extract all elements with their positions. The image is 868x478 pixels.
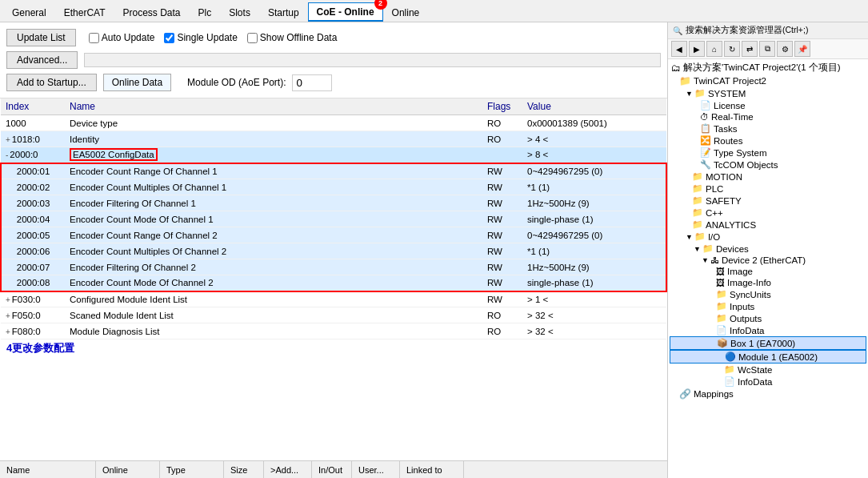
expand-icon[interactable]: + — [6, 135, 10, 144]
tree-item-wcstate[interactable]: 📁WcState — [670, 364, 866, 376]
table-row[interactable]: +F050:0Scaned Module Ident ListRO> 32 < — [1, 307, 666, 323]
table-row[interactable]: 2000:04Encoder Count Mode Of Channel 1RW… — [1, 211, 666, 227]
expand-icon[interactable]: ▼ — [686, 233, 693, 241]
tree-item-tccom-objects[interactable]: 🔧TcCOM Objects — [670, 159, 866, 171]
tree-item-c++[interactable]: 📁C++ — [670, 207, 866, 219]
cell-flags: RW — [482, 259, 522, 275]
table-row[interactable]: -2000:0EA5002 ConfigData> 8 < — [1, 147, 666, 163]
status-linked-to: Linked to — [400, 461, 464, 478]
tree-item-devices[interactable]: ▼📁Devices — [670, 243, 866, 255]
tree-item-device-2-(ethercat)[interactable]: ▼🖧Device 2 (EtherCAT) — [670, 255, 866, 266]
tab-general[interactable]: General — [3, 2, 55, 22]
forward-button[interactable]: ▶ — [689, 41, 705, 57]
tree-item-plc[interactable]: 📁PLC — [670, 183, 866, 195]
tree-node-label: C++ — [706, 208, 723, 218]
tree-item-project[interactable]: 📁 TwinCAT Project2 — [670, 74, 866, 87]
new-window-button[interactable]: ⧉ — [759, 41, 775, 57]
table-row[interactable]: 1000Device typeRO0x00001389 (5001) — [1, 115, 666, 131]
tree-item-syncunits[interactable]: 📁SyncUnits — [670, 288, 866, 300]
cell-value: > 1 < — [522, 291, 666, 307]
tree-node-label: MOTION — [706, 172, 742, 182]
tree-item-infodata[interactable]: 📄InfoData — [670, 376, 866, 388]
expand-icon[interactable]: + — [6, 295, 10, 304]
tree-node-icon: 📁 — [692, 219, 703, 230]
show-offline-data-checkbox[interactable]: Show Offline Data — [247, 32, 338, 43]
cell-value: 0~4294967295 (0) — [522, 227, 666, 243]
tree-item-routes[interactable]: 🔀Routes — [670, 135, 866, 147]
table-row[interactable]: 2000:01Encoder Count Range Of Channel 1R… — [1, 163, 666, 179]
tree-item-tasks[interactable]: 📋Tasks — [670, 123, 866, 135]
table-row[interactable]: 2000:02Encoder Count Multiples Of Channe… — [1, 179, 666, 195]
cell-flags: RW — [482, 243, 522, 259]
cell-value: single-phase (1) — [522, 275, 666, 291]
cell-value: 1Hz~500Hz (9) — [522, 259, 666, 275]
col-index: Index — [1, 98, 65, 115]
tree-item-mappings[interactable]: 🔗 Mappings — [670, 388, 866, 400]
update-list-button[interactable]: Update List — [6, 29, 76, 46]
tree-node-icon: 🔀 — [700, 135, 711, 146]
tree-node-icon: 🖧 — [710, 255, 719, 265]
tree-item-license[interactable]: 📄License — [670, 99, 866, 111]
progress-bar — [84, 53, 661, 67]
expand-icon[interactable]: + — [6, 311, 10, 320]
cell-index: -2000:0 — [1, 147, 65, 163]
tree-item-image[interactable]: 🖼Image — [670, 266, 866, 277]
table-row[interactable]: +1018:0IdentityRO> 4 < — [1, 131, 666, 147]
tree-item-infodata[interactable]: 📄InfoData — [670, 324, 866, 336]
table-row[interactable]: 2000:06Encoder Count Multiples Of Channe… — [1, 243, 666, 259]
online-data-button[interactable]: Online Data — [103, 74, 171, 91]
table-row[interactable]: 2000:05Encoder Count Range Of Channel 2R… — [1, 227, 666, 243]
table-row[interactable]: 2000:08Encoder Count Mode Of Channel 2RW… — [1, 275, 666, 291]
auto-update-checkbox[interactable]: Auto Update — [89, 32, 155, 43]
tree-item-motion[interactable]: 📁MOTION — [670, 171, 866, 183]
tree-item-system[interactable]: ▼📁SYSTEM — [670, 87, 866, 99]
expand-icon[interactable]: ▼ — [694, 245, 701, 253]
cell-value: *1 (1) — [522, 243, 666, 259]
pin-button[interactable]: 📌 — [794, 41, 810, 57]
cell-value: single-phase (1) — [522, 211, 666, 227]
tab-coe-online[interactable]: CoE - Online 2 — [308, 2, 383, 22]
cell-name: Encoder Count Multiples Of Channel 2 — [65, 243, 482, 259]
tree-item-outputs[interactable]: 📁Outputs — [670, 312, 866, 324]
settings-button[interactable]: ⚙ — [777, 41, 793, 57]
tab-plc[interactable]: Plc — [190, 2, 221, 22]
tab-ethercat[interactable]: EtherCAT — [55, 2, 114, 22]
refresh-button[interactable]: ↻ — [724, 41, 740, 57]
tree-item-module-1-(ea5002)[interactable]: 🔵Module 1 (EA5002) — [670, 350, 866, 364]
tab-online[interactable]: Online — [383, 2, 429, 22]
tree-node-label: WcState — [738, 365, 772, 375]
expand-icon[interactable]: ▼ — [702, 256, 709, 264]
single-update-checkbox[interactable]: Single Update — [164, 32, 237, 43]
advanced-button[interactable]: Advanced... — [6, 51, 78, 69]
tree-item-inputs[interactable]: 📁Inputs — [670, 300, 866, 312]
cell-flags: RO — [482, 323, 522, 339]
tree-item-image-info[interactable]: 🖼Image-Info — [670, 277, 866, 288]
tab-startup[interactable]: Startup — [259, 2, 308, 22]
tree-item-box-1-(ea7000)[interactable]: 📦Box 1 (EA7000) — [670, 336, 866, 350]
tree-item-type-system[interactable]: 📝Type System — [670, 147, 866, 159]
tree-item-solution[interactable]: 🗂 解决方案'TwinCAT Project2'(1 个项目) — [670, 61, 866, 74]
expand-icon[interactable]: ▼ — [686, 90, 693, 98]
tree-item-analytics[interactable]: 📁ANALYTICS — [670, 219, 866, 231]
expand-icon[interactable]: + — [6, 327, 10, 336]
tab-process-data[interactable]: Process Data — [114, 2, 190, 22]
home-button[interactable]: ⌂ — [706, 41, 722, 57]
table-row[interactable]: 2000:03Encoder Filtering Of Channel 1RW1… — [1, 195, 666, 211]
tab-bar: General EtherCAT Process Data Plc Slots … — [0, 0, 868, 22]
expand-icon[interactable]: - — [6, 151, 8, 159]
table-row[interactable]: 2000:07Encoder Filtering Of Channel 2RW1… — [1, 259, 666, 275]
cell-index: 1000 — [1, 115, 65, 131]
table-row[interactable]: +F030:0Configured Module Ident ListRW> 1… — [1, 291, 666, 307]
tree-item-safety[interactable]: 📁SAFETY — [670, 195, 866, 207]
tree-item-real-time[interactable]: ⏱Real-Time — [670, 111, 866, 123]
add-to-startup-button[interactable]: Add to Startup... — [6, 74, 97, 91]
table-row[interactable]: +F080:0Module Diagnosis ListRO> 32 < — [1, 323, 666, 339]
tree-node-icon: 🖼 — [716, 267, 725, 276]
back-button[interactable]: ◀ — [671, 41, 687, 57]
tab-slots[interactable]: Slots — [220, 2, 259, 22]
tree-node-icon: 📁 — [692, 171, 703, 182]
sync-button[interactable]: ⇄ — [742, 41, 758, 57]
tree-node-label: I/O — [708, 232, 720, 242]
module-od-input[interactable] — [292, 74, 332, 91]
tree-item-i/o[interactable]: ▼📁I/O — [670, 231, 866, 243]
